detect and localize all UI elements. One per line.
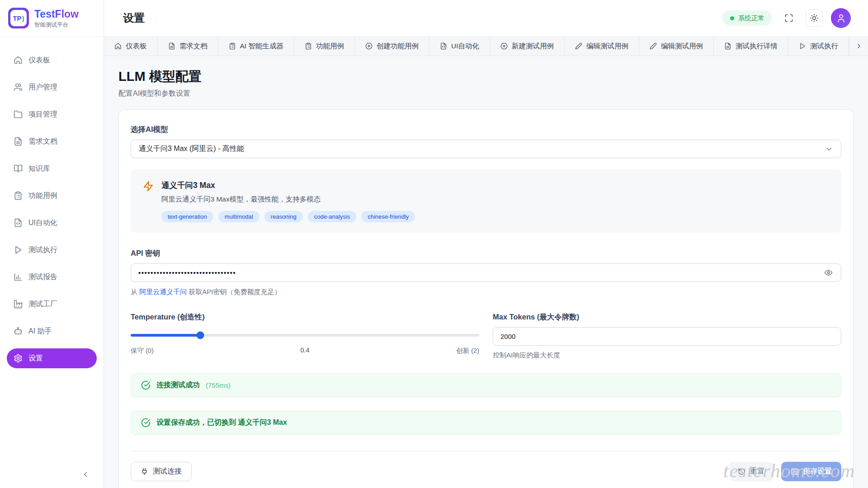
brand-name: TestFlow — [34, 8, 79, 20]
slider-thumb[interactable] — [197, 332, 204, 339]
tab-6[interactable]: UI自动化 — [429, 37, 490, 56]
tab-5[interactable]: 创建功能用例 — [355, 37, 429, 56]
users-icon — [14, 83, 23, 92]
sidebar-item-clipboard-list[interactable]: 功能用例 — [7, 186, 97, 206]
tab-label: 测试执行详情 — [736, 42, 778, 51]
sidebar-item-bar-chart[interactable]: 测试报告 — [7, 267, 97, 287]
pencil-icon — [575, 42, 582, 50]
brand-subtitle: 智能测试平台 — [34, 22, 79, 28]
test-connection-button[interactable]: 测试连接 — [131, 462, 192, 481]
sidebar-item-settings[interactable]: 设置 — [7, 348, 97, 368]
max-tokens-field-wrap — [493, 327, 841, 346]
sidebar: TP) TestFlow 智能测试平台 仪表板用户管理项目管理需求文档知识库功能… — [0, 0, 104, 488]
slider-labels: 保守 (0) 0.4 创新 (2) — [131, 347, 479, 355]
user-icon — [836, 14, 846, 23]
home-icon — [114, 42, 122, 50]
save-success-alert: 设置保存成功，已切换到 通义千问3 Max — [131, 411, 841, 435]
sidebar-item-label: 测试报告 — [28, 272, 57, 282]
file-text-icon — [14, 137, 23, 146]
clipboard-list-icon — [229, 42, 236, 50]
file-text-icon — [168, 42, 175, 50]
tab-label: 功能用例 — [316, 42, 344, 51]
tabs-container: 仪表板需求文档AI 智能生成器功能用例创建功能用例UI自动化新建测试用例编辑测试… — [104, 37, 849, 56]
theme-toggle-button[interactable] — [806, 9, 823, 27]
sidebar-item-label: 设置 — [28, 354, 43, 363]
tab-7[interactable]: 新建测试用例 — [490, 37, 565, 56]
sidebar-item-users[interactable]: 用户管理 — [7, 77, 97, 97]
tab-10[interactable]: 测试执行详情 — [714, 37, 788, 56]
model-info-title: 通义千问3 Max — [161, 180, 829, 191]
test-connection-label: 测试连接 — [153, 467, 182, 476]
clipboard-list-icon — [14, 191, 23, 200]
slider-current-value: 0.4 — [154, 347, 457, 355]
tabs-scroll-next-button[interactable] — [849, 37, 868, 56]
sidebar-item-file-code[interactable]: UI自动化 — [7, 213, 97, 233]
capability-tag: reasoning — [264, 211, 303, 222]
check-circle-icon — [141, 418, 151, 427]
sidebar-item-label: 测试工厂 — [28, 300, 57, 309]
sidebar-item-folder[interactable]: 项目管理 — [7, 104, 97, 124]
capability-tag: code-analysis — [308, 211, 357, 222]
helper-suffix: 获取API密钥（免费额度充足） — [187, 288, 281, 296]
plus-circle-icon — [365, 42, 373, 50]
save-settings-button[interactable]: 保存设置 — [781, 462, 841, 481]
sidebar-item-label: 功能用例 — [28, 191, 57, 201]
sidebar-item-play[interactable]: 测试执行 — [7, 240, 97, 260]
reset-button[interactable]: 重置 — [729, 462, 773, 481]
toggle-api-key-visibility-button[interactable] — [823, 267, 834, 278]
tab-label: 需求文档 — [179, 42, 208, 51]
helper-prefix: 从 — [131, 288, 139, 296]
tab-label: AI 智能生成器 — [240, 42, 283, 51]
model-capability-tags: text-generationmultimodalreasoningcode-a… — [161, 211, 829, 222]
tab-8[interactable]: 编辑测试用例 — [565, 37, 639, 56]
fullscreen-icon — [784, 14, 793, 23]
sidebar-item-label: 测试执行 — [28, 245, 57, 255]
sidebar-item-label: AI 助手 — [28, 327, 52, 336]
sidebar-item-file-text[interactable]: 需求文档 — [7, 131, 97, 151]
reset-label: 重置 — [750, 467, 764, 476]
chevron-down-icon — [825, 145, 833, 153]
api-key-input[interactable] — [138, 269, 823, 277]
tab-2[interactable]: 需求文档 — [158, 37, 218, 56]
app-logo-icon: TP) — [8, 8, 29, 28]
page-title: LLM 模型配置 — [118, 68, 854, 86]
status-badge-label: 系统正常 — [738, 14, 764, 23]
sidebar-nav: 仪表板用户管理项目管理需求文档知识库功能用例UI自动化测试执行测试报告测试工厂A… — [0, 37, 104, 368]
book-open-icon — [14, 164, 23, 173]
tab-3[interactable]: AI 智能生成器 — [218, 37, 294, 56]
play-icon — [14, 245, 23, 254]
slider-track[interactable] — [131, 334, 479, 337]
tab-11[interactable]: 测试执行 — [788, 37, 849, 56]
tab-4[interactable]: 功能用例 — [294, 37, 355, 56]
user-avatar[interactable] — [831, 8, 851, 28]
bar-chart-icon — [14, 272, 23, 282]
fullscreen-button[interactable] — [780, 9, 797, 27]
sidebar-item-book-open[interactable]: 知识库 — [7, 159, 97, 178]
sidebar-item-label: 项目管理 — [28, 110, 57, 119]
sidebar-item-label: 用户管理 — [28, 83, 57, 92]
sidebar-item-bot[interactable]: AI 助手 — [7, 321, 97, 341]
play-icon — [799, 42, 806, 50]
content-area: LLM 模型配置 配置AI模型和参数设置 选择AI模型 通义千问3 Max (阿… — [104, 56, 868, 488]
sidebar-item-label: 知识库 — [28, 164, 50, 174]
sidebar-item-factory[interactable]: 测试工厂 — [7, 294, 97, 314]
settings-icon — [14, 354, 23, 363]
tab-label: 编辑测试用例 — [586, 42, 628, 51]
max-tokens-input[interactable] — [500, 333, 834, 340]
sidebar-item-home[interactable]: 仪表板 — [7, 50, 97, 70]
temperature-label: Temperature (创造性) — [131, 312, 479, 322]
brand-logo[interactable]: TP) TestFlow 智能测试平台 — [0, 0, 104, 37]
main-area: 设置 系统正常 仪表板需求文档AI 智能生成器功能用例创建功能用例UI自动化 — [104, 0, 868, 488]
alert-text: 设置保存成功，已切换到 通义千问3 Max — [156, 418, 287, 427]
tab-9[interactable]: 编辑测试用例 — [639, 37, 714, 56]
model-select[interactable]: 通义千问3 Max (阿里云) - 高性能 — [131, 140, 841, 158]
tab-1[interactable]: 仪表板 — [104, 37, 158, 56]
sidebar-collapse-button[interactable] — [79, 468, 92, 481]
api-key-label: API 密钥 — [131, 249, 841, 258]
connection-success-alert: 连接测试成功 (755ms) — [131, 373, 841, 397]
temperature-slider[interactable] — [131, 332, 479, 339]
sidebar-item-label: 需求文档 — [28, 137, 57, 146]
footer-divider — [131, 451, 841, 451]
aliyun-qianwen-link[interactable]: 阿里云通义千问 — [139, 288, 187, 296]
max-tokens-helper: 控制AI响应的最大长度 — [493, 351, 841, 360]
